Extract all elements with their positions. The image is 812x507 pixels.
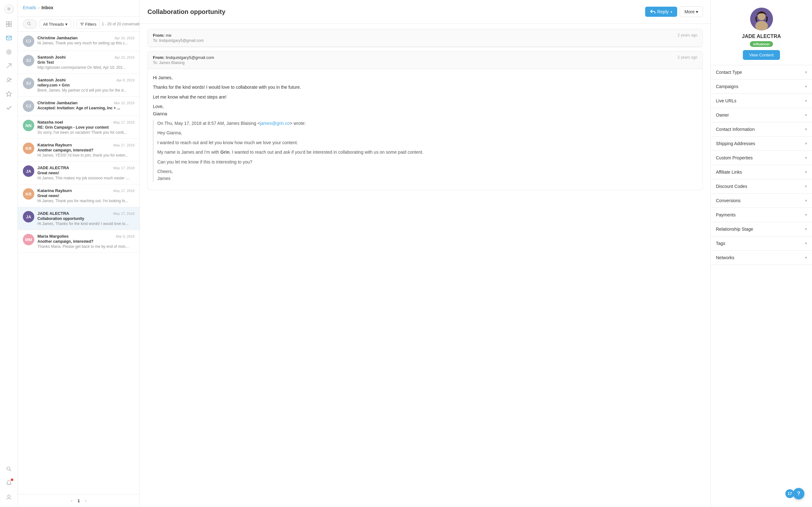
chevron-down-icon: ▾ xyxy=(805,241,807,245)
avatar: NN xyxy=(23,120,34,131)
quoted-p2: My name is James and I'm with Grin. I wa… xyxy=(157,149,698,156)
nav-profile-btn[interactable] xyxy=(3,491,15,503)
accordion-header-campaigns[interactable]: Campaigns ▾ xyxy=(711,79,812,94)
email-subject-title: Collaboration opportunity xyxy=(148,8,225,15)
view-content-button[interactable]: View Content xyxy=(743,50,780,60)
email-content: Santosh Joshi Apr 8, 2019 rellery.com + … xyxy=(38,78,135,93)
accordion-label-contact-information: Contact Information xyxy=(716,127,755,132)
accordion-header-tags[interactable]: Tags ▾ xyxy=(711,236,812,250)
message-p1: Thanks for the kind words! I would love … xyxy=(153,83,698,91)
email-preview: http://glossier.com/reps/anne On Wed, Ap… xyxy=(38,65,135,70)
email-item[interactable]: CJ Christine Jambazian Apr 10, 2019 Hi J… xyxy=(18,32,140,51)
email-item[interactable]: KR Katarina Rayburn May 17, 2018 Another… xyxy=(18,139,140,162)
search-bar[interactable] xyxy=(23,19,37,29)
email-preview: Hi James, Thank you for reaching out. I'… xyxy=(38,199,135,203)
email-item[interactable]: SJ Santosh Joshi Apr 10, 2019 Grin Test … xyxy=(18,51,140,74)
accordion-header-conversions[interactable]: Conversions ▾ xyxy=(711,193,812,208)
email-preview: Hi James, Thank you very much for settin… xyxy=(38,41,135,45)
accordion-header-affiliate-links[interactable]: Affiliate Links ▾ xyxy=(711,165,812,179)
svg-marker-14 xyxy=(6,91,11,96)
quoted-email-link[interactable]: james@grin.co xyxy=(260,121,290,126)
accordion-header-payments[interactable]: Payments ▾ xyxy=(711,208,812,222)
nav-check-btn[interactable] xyxy=(3,101,15,114)
svg-line-16 xyxy=(9,469,11,471)
current-page: 1 xyxy=(78,498,80,503)
main-email-panel: Collaboration opportunity Reply ▾ More ▾ xyxy=(140,0,711,507)
email-preview: Thanks Maria. Please get back to me by e… xyxy=(38,244,135,249)
email-thread-header: Collaboration opportunity Reply ▾ More ▾ xyxy=(140,0,711,24)
threads-chevron-icon: ▾ xyxy=(65,22,67,26)
email-list-panel: Emails › Inbox All Threads ▾ xyxy=(18,0,140,507)
email-sender: Santosh Joshi xyxy=(38,55,66,60)
email-item-active[interactable]: JA JADE ALECTRA May 17, 2018 Collaborati… xyxy=(18,207,140,230)
help-button[interactable]: ? xyxy=(793,488,804,499)
email-item[interactable]: JA JADE ALECTRA May 17, 2018 Great news!… xyxy=(18,162,140,184)
avatar: KR xyxy=(23,143,34,154)
message-header: From: me To: lindquistgary5@gmail.com 2 … xyxy=(148,29,703,47)
svg-point-19 xyxy=(28,22,30,25)
quoted-intro: On Thu, May 17, 2018 at 8:57 AM, James B… xyxy=(157,120,698,127)
filters-button[interactable]: Filters xyxy=(77,20,100,29)
threads-dropdown[interactable]: All Threads ▾ xyxy=(40,20,71,29)
email-subject: Great news! xyxy=(38,171,135,175)
accordion-header-contact-information[interactable]: Contact Information ▾ xyxy=(711,122,812,136)
email-item[interactable]: SJ Santosh Joshi Apr 8, 2019 rellery.com… xyxy=(18,74,140,97)
chevron-down-icon: ▾ xyxy=(805,227,807,231)
accordion-header-relationship-stage[interactable]: Relationship Stage ▾ xyxy=(711,222,812,236)
email-subject: RE: Grin Campaign - Love your content xyxy=(38,125,135,130)
accordion-header-owner[interactable]: Owner ▾ xyxy=(711,108,812,122)
email-item[interactable]: KR Katarina Rayburn May 17, 2018 Great n… xyxy=(18,184,140,207)
nav-dashboard-btn[interactable] xyxy=(3,18,15,31)
message-time: 2 years ago xyxy=(677,55,698,60)
accordion-label-payments: Payments xyxy=(716,212,735,217)
nav-email-btn[interactable] xyxy=(3,32,15,44)
accordion-header-custom-properties[interactable]: Custom Properties ▾ xyxy=(711,151,812,165)
email-sender: JADE ALECTRA xyxy=(38,165,69,170)
email-item[interactable]: NN Natasha noel May 17, 2018 RE: Grin Ca… xyxy=(18,116,140,139)
nav-add-user-btn[interactable] xyxy=(3,73,15,86)
email-subject: Collaboration opportunity xyxy=(38,216,135,221)
nav-search-btn[interactable] xyxy=(3,463,15,475)
chevron-down-icon: ▾ xyxy=(805,127,807,131)
next-page-button[interactable]: › xyxy=(85,498,87,503)
nav-star-btn[interactable] xyxy=(3,88,15,100)
email-item[interactable]: CJ Christine Jambazian Mar 15, 2019 Acce… xyxy=(18,97,140,116)
email-preview: Brent, James, My partner cc'd will join … xyxy=(38,88,135,93)
accordion-shipping-addresses: Shipping Addresses ▾ xyxy=(711,136,812,151)
svg-point-18 xyxy=(8,495,10,498)
email-thread-body: From: me To: lindquistgary5@gmail.com 2 … xyxy=(140,24,711,507)
email-sender: Maria Margolies xyxy=(38,234,68,239)
accordion-label-campaigns: Campaigns xyxy=(716,84,739,89)
avatar: KR xyxy=(23,188,34,200)
help-section: 17 ? xyxy=(785,488,804,499)
email-subject: Another campaign, interested? xyxy=(38,239,135,244)
message-greeting: Hi James, xyxy=(153,74,698,81)
nav-notifications-btn[interactable] xyxy=(3,476,15,489)
prev-page-button[interactable]: ‹ xyxy=(71,498,72,503)
svg-rect-4 xyxy=(9,21,11,24)
nav-send-btn[interactable] xyxy=(3,60,15,72)
breadcrumb-emails[interactable]: Emails xyxy=(23,5,36,10)
accordion-header-live-urls[interactable]: Live URLs ▾ xyxy=(711,94,812,108)
email-sender: Christine Jambazian xyxy=(38,36,78,40)
accordion-header-shipping-addresses[interactable]: Shipping Addresses ▾ xyxy=(711,136,812,151)
right-contact-panel: JADE ALECTRA influencer View Content Con… xyxy=(711,0,812,507)
accordion-header-contact-type[interactable]: Contact Type ▾ xyxy=(711,65,812,79)
chevron-down-icon: ▾ xyxy=(805,70,807,74)
more-button[interactable]: More ▾ xyxy=(680,6,703,17)
email-sender: Santosh Joshi xyxy=(38,78,66,82)
conversations-count: 1 - 20 of 20 conversations xyxy=(102,22,140,26)
avatar: SJ xyxy=(23,78,34,89)
contact-name: JADE ALECTRA xyxy=(742,34,781,39)
email-content: JADE ALECTRA May 17, 2018 Great news! Hi… xyxy=(38,165,135,180)
email-item[interactable]: MM Maria Margolies Mar 9, 2018 Another c… xyxy=(18,230,140,253)
accordion-header-networks[interactable]: Networks ▾ xyxy=(711,250,812,265)
nav-contacts-btn[interactable] xyxy=(3,46,15,58)
pagination: ‹ 1 › xyxy=(18,494,140,507)
reply-chevron-icon: ▾ xyxy=(670,10,672,14)
accordion-header-discount-codes[interactable]: Discount Codes ▾ xyxy=(711,179,812,193)
svg-rect-3 xyxy=(6,21,9,24)
message-to: To: James Blaising xyxy=(153,60,214,65)
reply-button[interactable]: Reply ▾ xyxy=(645,7,677,17)
avatar: CJ xyxy=(23,101,34,112)
